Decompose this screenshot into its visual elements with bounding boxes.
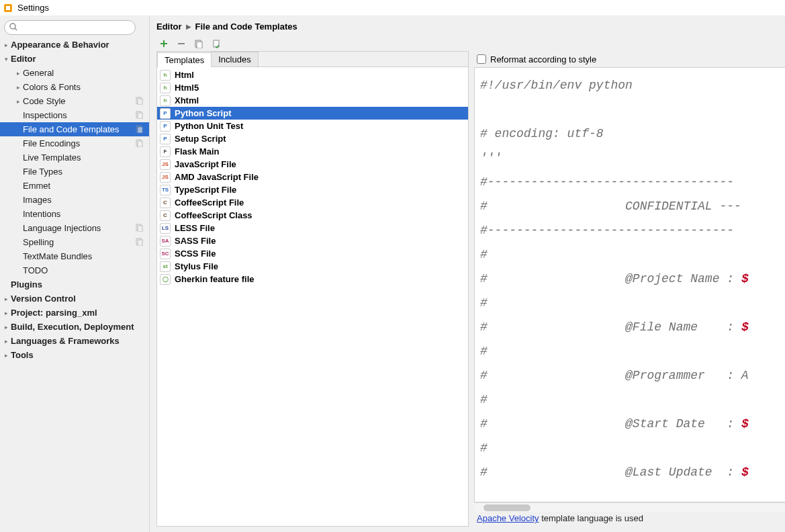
svg-rect-13 bbox=[138, 226, 142, 232]
sidebar-item-label: Inspections bbox=[23, 110, 67, 120]
caret-right-icon bbox=[15, 154, 21, 161]
template-row[interactable]: PPython Unit Test bbox=[157, 120, 468, 132]
template-list: hHtmlhHtml5hXhtmlPPython ScriptPPython U… bbox=[157, 67, 468, 526]
template-row[interactable]: hHtml5 bbox=[157, 81, 468, 94]
caret-right-icon: ▸ bbox=[15, 70, 21, 77]
scope-icon bbox=[136, 97, 144, 105]
template-row[interactable]: PSetup Script bbox=[157, 132, 468, 145]
template-label: CoffeeScript File bbox=[175, 197, 244, 208]
sidebar-item[interactable]: ▸Code Style bbox=[0, 94, 149, 108]
template-row[interactable]: hHtml bbox=[157, 69, 468, 81]
footer-rest: template language is used bbox=[539, 513, 643, 523]
template-label: AMD JavaScript File bbox=[175, 172, 259, 182]
file-type-icon: h bbox=[160, 95, 171, 106]
scope-icon bbox=[136, 224, 144, 232]
copy-button[interactable] bbox=[193, 38, 205, 50]
sidebar-item[interactable]: File Encodings bbox=[0, 136, 149, 150]
sidebar-item[interactable]: ▾Editor bbox=[0, 52, 149, 66]
sidebar-item[interactable]: ▸Project: parsing_xml bbox=[0, 306, 149, 320]
tab-templates[interactable]: Templates bbox=[157, 52, 212, 67]
sidebar-item[interactable]: ▸Appearance & Behavior bbox=[0, 38, 149, 52]
sidebar-item[interactable]: File Types bbox=[0, 165, 149, 179]
caret-right-icon bbox=[15, 140, 21, 147]
sidebar-item[interactable]: Language Injections bbox=[0, 221, 149, 235]
footer-note: Apache Velocity template language is use… bbox=[474, 512, 785, 527]
template-row[interactable]: CCoffeeScript Class bbox=[157, 209, 468, 222]
breadcrumb-leaf: File and Code Templates bbox=[195, 21, 297, 32]
sidebar-item[interactable]: ▸Build, Execution, Deployment bbox=[0, 320, 149, 334]
tab-includes[interactable]: Includes bbox=[211, 52, 258, 66]
template-row[interactable]: ◯Gherkin feature file bbox=[157, 273, 468, 285]
template-row[interactable]: JSAMD JavaScript File bbox=[157, 171, 468, 183]
scope-icon bbox=[136, 111, 144, 119]
template-row[interactable]: CCoffeeScript File bbox=[157, 196, 468, 209]
sidebar-item[interactable]: Images bbox=[0, 193, 149, 207]
template-row[interactable]: PPython Script bbox=[157, 107, 468, 120]
sidebar-item-label: Project: parsing_xml bbox=[11, 308, 97, 318]
svg-rect-5 bbox=[138, 99, 142, 105]
sidebar-item[interactable]: ▸Colors & Fonts bbox=[0, 80, 149, 94]
horizontal-scrollbar[interactable] bbox=[474, 502, 785, 512]
template-row[interactable]: LSLESS File bbox=[157, 222, 468, 234]
file-type-icon: SA bbox=[160, 236, 171, 247]
sidebar-item[interactable]: ▸Tools bbox=[0, 348, 149, 362]
sidebar-item[interactable]: Intentions bbox=[0, 207, 149, 221]
sidebar-item[interactable]: ▸General bbox=[0, 66, 149, 80]
caret-right-icon bbox=[15, 225, 21, 232]
template-label: Setup Script bbox=[175, 134, 226, 144]
template-row[interactable]: FFlask Main bbox=[157, 145, 468, 158]
sidebar-item[interactable]: Emmet bbox=[0, 179, 149, 193]
sidebar-item-label: Languages & Frameworks bbox=[11, 336, 120, 346]
template-row[interactable]: hXhtml bbox=[157, 94, 468, 107]
sidebar-item[interactable]: ▸Languages & Frameworks bbox=[0, 334, 149, 348]
sidebar-item[interactable]: Inspections bbox=[0, 108, 149, 122]
caret-right-icon: ▸ bbox=[3, 338, 9, 345]
sidebar-item-label: Plugins bbox=[11, 279, 42, 290]
svg-rect-1 bbox=[6, 6, 10, 10]
apache-velocity-link[interactable]: Apache Velocity bbox=[477, 513, 539, 523]
template-row[interactable]: stStylus File bbox=[157, 260, 468, 273]
template-editor[interactable]: #!/usr/bin/env python # encoding: utf-8 … bbox=[474, 67, 785, 502]
sidebar-item-label: Version Control bbox=[11, 294, 76, 304]
scope-icon bbox=[136, 238, 144, 246]
sidebar-item[interactable]: ▸Version Control bbox=[0, 292, 149, 306]
caret-right-icon bbox=[3, 281, 9, 288]
remove-button[interactable] bbox=[175, 38, 187, 50]
sidebar-item[interactable]: Plugins bbox=[0, 277, 149, 292]
template-row[interactable]: TSTypeScript File bbox=[157, 183, 468, 196]
file-type-icon: F bbox=[160, 146, 171, 157]
settings-sidebar: ▸Appearance & Behavior▾Editor▸General▸Co… bbox=[0, 16, 150, 532]
sidebar-item[interactable]: File and Code Templates bbox=[0, 122, 149, 136]
add-button[interactable] bbox=[158, 38, 170, 50]
template-row[interactable]: SCSCSS File bbox=[157, 247, 468, 260]
chevron-right-icon: ▶ bbox=[186, 23, 191, 30]
sidebar-item-label: File Encodings bbox=[23, 138, 80, 148]
svg-rect-20 bbox=[197, 42, 202, 48]
template-label: SASS File bbox=[175, 236, 216, 246]
reformat-label: Reformat according to style bbox=[490, 54, 596, 64]
window-title: Settings bbox=[17, 3, 49, 13]
svg-rect-15 bbox=[138, 240, 142, 246]
reset-button[interactable] bbox=[210, 38, 222, 50]
template-row[interactable]: JSJavaScript File bbox=[157, 158, 468, 171]
scope-icon bbox=[136, 139, 144, 147]
caret-right-icon bbox=[15, 126, 21, 133]
sidebar-item[interactable]: TODO bbox=[0, 263, 149, 277]
search-input[interactable] bbox=[4, 20, 136, 35]
sidebar-item[interactable]: TextMate Bundles bbox=[0, 249, 149, 263]
template-label: JavaScript File bbox=[175, 159, 236, 169]
scope-icon bbox=[136, 125, 144, 133]
sidebar-item-label: Colors & Fonts bbox=[23, 82, 81, 92]
reformat-checkbox[interactable] bbox=[477, 54, 486, 64]
caret-right-icon bbox=[15, 211, 21, 218]
sidebar-item[interactable]: Spelling bbox=[0, 235, 149, 249]
template-row[interactable]: SASASS File bbox=[157, 234, 468, 247]
file-type-icon: SC bbox=[160, 249, 171, 259]
caret-right-icon: ▸ bbox=[3, 324, 9, 330]
caret-right-icon: ▸ bbox=[3, 296, 9, 302]
sidebar-item[interactable]: Live Templates bbox=[0, 150, 149, 165]
template-label: Flask Main bbox=[175, 146, 219, 157]
file-type-icon: P bbox=[160, 108, 171, 119]
breadcrumb-root[interactable]: Editor bbox=[156, 21, 182, 32]
file-type-icon: st bbox=[160, 261, 171, 272]
